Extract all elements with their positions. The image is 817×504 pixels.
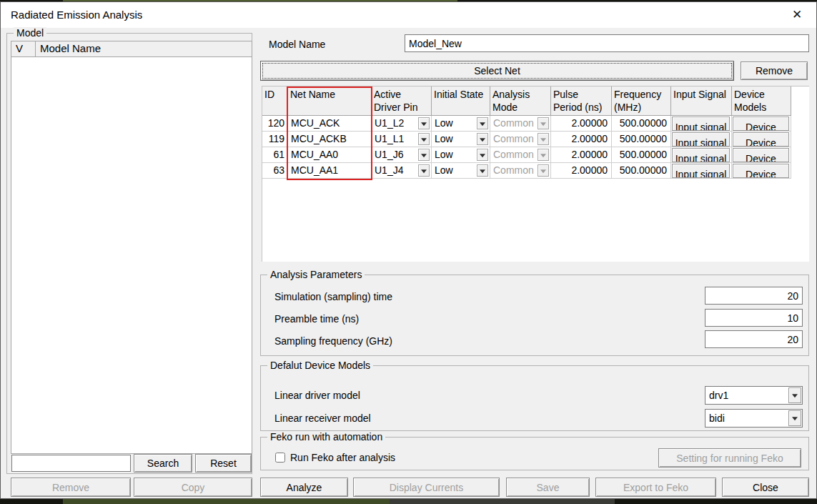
chevron-down-icon[interactable] [418, 164, 430, 177]
linear-driver-model-label: Linear driver model [274, 390, 360, 401]
preamble-time-label: Preamble time (ns) [274, 313, 359, 325]
search-button[interactable]: Search [134, 454, 192, 473]
display-currents-button: Display Currents [353, 478, 500, 497]
initial-state-select[interactable]: Low [432, 163, 490, 179]
col-header-id: ID [262, 87, 288, 115]
cell-frequency: 500.00000 [612, 147, 671, 163]
col-header-initial-state: Initial State [432, 87, 490, 115]
default-device-models-group-label: Defalut Device Models [267, 360, 373, 371]
cell-id: 61 [262, 147, 288, 163]
close-icon[interactable]: ✕ [785, 2, 809, 28]
chevron-down-icon[interactable] [418, 133, 430, 145]
model-group-label: Model [14, 27, 46, 39]
initial-state-select[interactable]: Low [432, 147, 490, 163]
chevron-down-icon[interactable] [418, 117, 430, 129]
device-models-button[interactable]: Device [733, 164, 789, 178]
chevron-down-icon [538, 149, 549, 161]
linear-receiver-model-value: bidi [709, 412, 725, 424]
initial-state-select[interactable]: Low [432, 132, 490, 147]
col-header-net-name: Net Name [288, 87, 372, 115]
driver-pin-select[interactable]: U1_L1 [372, 132, 432, 147]
chevron-down-icon[interactable] [477, 117, 488, 129]
preamble-time-input[interactable] [705, 309, 803, 327]
device-models-button[interactable]: Device [733, 148, 789, 162]
simulation-time-label: Simulation (sampling) time [274, 291, 392, 302]
col-header-pulse-period: Pulse Period (ns) [551, 87, 612, 115]
chevron-down-icon[interactable] [477, 149, 488, 161]
linear-driver-model-select[interactable]: drv1 [705, 386, 803, 405]
col-header-analysis-mode: Analysis Mode [490, 87, 551, 115]
save-button: Save [506, 478, 590, 497]
model-list-header-check: V [11, 41, 36, 56]
model-list-header: V Model Name [11, 41, 252, 57]
analyze-button[interactable]: Analyze [260, 478, 348, 497]
col-header-frequency: Frequency (MHz) [612, 87, 671, 115]
chevron-down-icon [538, 117, 549, 129]
input-signal-button[interactable]: Input signal [672, 164, 730, 178]
driver-pin-select[interactable]: U1_J4 [372, 163, 432, 179]
cell-pulse-period: 2.00000 [551, 132, 612, 147]
analysis-mode-select: Common [490, 163, 551, 179]
device-models-button[interactable]: Device [733, 117, 789, 131]
cell-pulse-period: 2.00000 [551, 116, 612, 132]
cell-pulse-period: 2.00000 [551, 163, 612, 179]
feko-run-group-label: Feko run with automation [267, 431, 385, 443]
model-name-input[interactable] [405, 34, 809, 52]
net-table-body: 120MCU_ACKU1_L2LowCommon2.00000500.00000… [262, 116, 791, 179]
cell-id: 120 [262, 116, 288, 132]
cell-id: 119 [262, 132, 288, 147]
reset-button[interactable]: Reset [195, 454, 252, 473]
driver-pin-select[interactable]: U1_J6 [372, 147, 432, 163]
export-to-feko-button: Export to Feko [595, 478, 716, 497]
analysis-parameters-group-label: Analysis Parameters [267, 269, 365, 280]
run-feko-checkbox[interactable] [275, 453, 285, 463]
chevron-down-icon[interactable] [418, 149, 430, 161]
simulation-time-input[interactable] [705, 287, 803, 305]
input-signal-button[interactable]: Input signal [672, 117, 730, 131]
cell-net-name: MCU_ACK [288, 116, 372, 132]
linear-receiver-model-label: Linear receiver model [274, 412, 371, 424]
input-signal-button[interactable]: Input signal [672, 148, 730, 162]
dialog-radiated-emission-analysis: Radiated Emission Analysis ✕ Model V Mod… [0, 1, 817, 499]
analysis-mode-select: Common [490, 147, 551, 163]
driver-pin-select[interactable]: U1_L2 [372, 116, 432, 132]
col-header-active-driver-pin: Active Driver Pin [372, 87, 432, 115]
chevron-down-icon [538, 133, 549, 145]
initial-state-select[interactable]: Low [432, 116, 490, 132]
model-list[interactable]: V Model Name [11, 41, 252, 454]
sampling-frequency-label: Sampling frequency (GHz) [274, 335, 392, 347]
col-header-device-models: Device Models [732, 87, 791, 115]
table-row: 119MCU_ACKBU1_L1LowCommon2.00000500.0000… [262, 132, 791, 147]
net-remove-button[interactable]: Remove [741, 61, 808, 80]
desktop-background [390, 499, 615, 504]
analysis-mode-select: Common [490, 116, 551, 132]
cell-net-name: MCU_ACKB [288, 132, 372, 147]
dialog-title: Radiated Emission Analysis [11, 2, 142, 28]
desktop-background [63, 499, 390, 504]
chevron-down-icon[interactable] [788, 410, 801, 426]
select-net-button[interactable]: Select Net [260, 61, 734, 81]
input-signal-button[interactable]: Input signal [672, 132, 730, 147]
model-copy-button: Copy [134, 478, 252, 497]
col-header-input-signal: Input Signal [671, 87, 732, 115]
setting-for-running-feko-button: Setting for running Feko [658, 448, 801, 468]
device-models-button[interactable]: Device [733, 132, 789, 147]
sampling-frequency-input[interactable] [705, 330, 803, 348]
chevron-down-icon[interactable] [477, 164, 488, 177]
cell-frequency: 500.00000 [612, 116, 671, 132]
model-remove-button: Remove [11, 478, 131, 497]
chevron-down-icon [538, 164, 549, 177]
table-row: 120MCU_ACKU1_L2LowCommon2.00000500.00000… [262, 116, 791, 132]
chevron-down-icon[interactable] [477, 133, 488, 145]
run-feko-checkbox-label: Run Feko after analysis [290, 452, 395, 463]
cell-id: 63 [262, 163, 288, 179]
chevron-down-icon[interactable] [788, 387, 801, 403]
linear-driver-model-value: drv1 [709, 390, 728, 401]
model-search-input[interactable] [11, 455, 131, 472]
table-row: 63MCU_AA1U1_J4LowCommon2.00000500.00000I… [262, 163, 791, 179]
cell-pulse-period: 2.00000 [551, 147, 612, 163]
close-button[interactable]: Close [722, 478, 809, 497]
model-name-label: Model Name [269, 39, 325, 50]
linear-receiver-model-select[interactable]: bidi [705, 409, 803, 428]
table-row: 61MCU_AA0U1_J6LowCommon2.00000500.00000I… [262, 147, 791, 163]
